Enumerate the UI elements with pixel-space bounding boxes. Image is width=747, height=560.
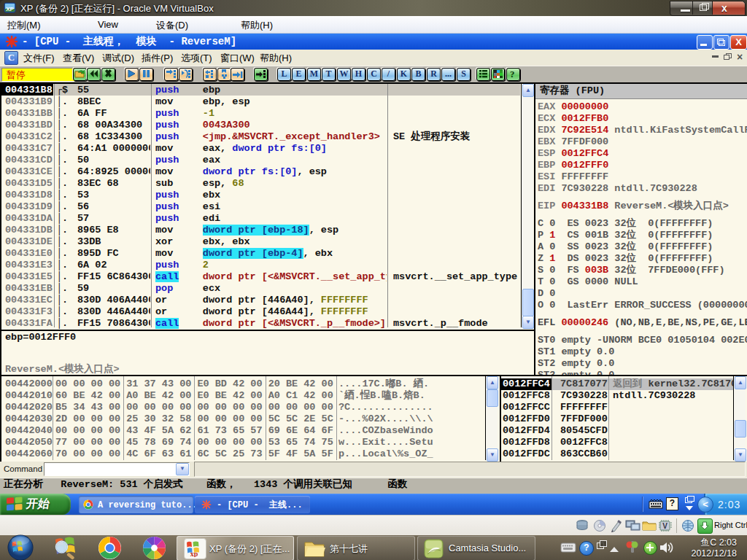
svg-text:XP: XP (6, 6, 14, 12)
svg-text:xp: xp (190, 550, 198, 557)
svg-text:V: V (662, 522, 667, 530)
